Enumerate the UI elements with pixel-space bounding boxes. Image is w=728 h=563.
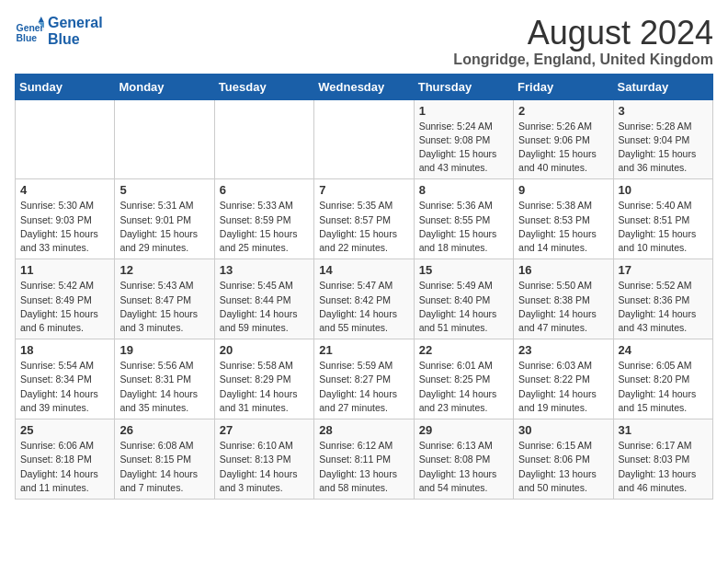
calendar-cell: 14Sunrise: 5:47 AM Sunset: 8:42 PM Dayli… <box>314 259 414 339</box>
svg-text:General: General <box>17 23 44 33</box>
calendar-cell: 15Sunrise: 5:49 AM Sunset: 8:40 PM Dayli… <box>414 259 513 339</box>
calendar-cell: 26Sunrise: 6:08 AM Sunset: 8:15 PM Dayli… <box>115 419 214 500</box>
calendar-cell: 10Sunrise: 5:40 AM Sunset: 8:51 PM Dayli… <box>613 179 712 259</box>
calendar-cell: 7Sunrise: 5:35 AM Sunset: 8:57 PM Daylig… <box>314 179 414 259</box>
day-number: 16 <box>518 263 608 277</box>
subtitle: Longridge, England, United Kingdom <box>453 52 713 68</box>
calendar-cell: 31Sunrise: 6:17 AM Sunset: 8:03 PM Dayli… <box>613 419 712 500</box>
day-detail: Sunrise: 5:58 AM Sunset: 8:29 PM Dayligh… <box>220 359 309 415</box>
calendar-cell: 20Sunrise: 5:58 AM Sunset: 8:29 PM Dayli… <box>214 339 313 419</box>
day-detail: Sunrise: 6:08 AM Sunset: 8:15 PM Dayligh… <box>119 439 209 495</box>
day-number: 23 <box>518 343 608 357</box>
calendar-cell: 23Sunrise: 6:03 AM Sunset: 8:22 PM Dayli… <box>514 339 613 419</box>
calendar-week-row: 4Sunrise: 5:30 AM Sunset: 9:03 PM Daylig… <box>16 179 713 259</box>
day-detail: Sunrise: 5:50 AM Sunset: 8:38 PM Dayligh… <box>518 279 608 335</box>
calendar-cell: 24Sunrise: 6:05 AM Sunset: 8:20 PM Dayli… <box>613 339 712 419</box>
calendar-cell: 22Sunrise: 6:01 AM Sunset: 8:25 PM Dayli… <box>414 339 513 419</box>
day-detail: Sunrise: 5:26 AM Sunset: 9:06 PM Dayligh… <box>518 120 608 176</box>
day-detail: Sunrise: 5:43 AM Sunset: 8:47 PM Dayligh… <box>119 279 209 335</box>
day-detail: Sunrise: 5:24 AM Sunset: 9:08 PM Dayligh… <box>419 120 508 176</box>
calendar-cell: 2Sunrise: 5:26 AM Sunset: 9:06 PM Daylig… <box>514 99 613 179</box>
calendar-week-row: 1Sunrise: 5:24 AM Sunset: 9:08 PM Daylig… <box>16 99 713 179</box>
day-detail: Sunrise: 6:05 AM Sunset: 8:20 PM Dayligh… <box>619 359 708 415</box>
logo-icon: General Blue <box>15 17 44 46</box>
calendar-cell: 5Sunrise: 5:31 AM Sunset: 9:01 PM Daylig… <box>115 179 214 259</box>
calendar-cell: 11Sunrise: 5:42 AM Sunset: 8:49 PM Dayli… <box>16 259 115 339</box>
day-detail: Sunrise: 5:49 AM Sunset: 8:40 PM Dayligh… <box>419 279 508 335</box>
day-number: 20 <box>220 343 309 357</box>
calendar-cell: 30Sunrise: 6:15 AM Sunset: 8:06 PM Dayli… <box>514 419 613 500</box>
day-number: 28 <box>319 423 408 437</box>
day-detail: Sunrise: 5:38 AM Sunset: 8:53 PM Dayligh… <box>518 199 608 255</box>
day-number: 21 <box>319 343 408 357</box>
day-detail: Sunrise: 5:36 AM Sunset: 8:55 PM Dayligh… <box>419 199 508 255</box>
day-detail: Sunrise: 5:45 AM Sunset: 8:44 PM Dayligh… <box>220 279 309 335</box>
day-detail: Sunrise: 5:59 AM Sunset: 8:27 PM Dayligh… <box>319 359 408 415</box>
day-number: 26 <box>119 423 209 437</box>
day-detail: Sunrise: 5:42 AM Sunset: 8:49 PM Dayligh… <box>20 279 109 335</box>
day-number: 22 <box>419 343 508 357</box>
header-day: Monday <box>115 74 214 99</box>
day-number: 10 <box>619 183 708 197</box>
day-number: 29 <box>419 423 508 437</box>
day-detail: Sunrise: 6:10 AM Sunset: 8:13 PM Dayligh… <box>220 439 309 495</box>
day-detail: Sunrise: 6:13 AM Sunset: 8:08 PM Dayligh… <box>419 439 508 495</box>
header-day: Wednesday <box>314 74 414 99</box>
calendar-cell: 19Sunrise: 5:56 AM Sunset: 8:31 PM Dayli… <box>115 339 214 419</box>
calendar-cell: 12Sunrise: 5:43 AM Sunset: 8:47 PM Dayli… <box>115 259 214 339</box>
calendar-cell <box>115 99 214 179</box>
calendar-cell: 6Sunrise: 5:33 AM Sunset: 8:59 PM Daylig… <box>214 179 313 259</box>
svg-text:Blue: Blue <box>17 33 38 43</box>
day-number: 5 <box>119 183 209 197</box>
day-number: 17 <box>619 263 708 277</box>
day-detail: Sunrise: 5:28 AM Sunset: 9:04 PM Dayligh… <box>619 120 708 176</box>
day-detail: Sunrise: 6:15 AM Sunset: 8:06 PM Dayligh… <box>518 439 608 495</box>
day-detail: Sunrise: 5:47 AM Sunset: 8:42 PM Dayligh… <box>319 279 408 335</box>
day-detail: Sunrise: 6:06 AM Sunset: 8:18 PM Dayligh… <box>20 439 109 495</box>
calendar-cell: 25Sunrise: 6:06 AM Sunset: 8:18 PM Dayli… <box>16 419 115 500</box>
day-number: 19 <box>119 343 209 357</box>
calendar-cell: 1Sunrise: 5:24 AM Sunset: 9:08 PM Daylig… <box>414 99 513 179</box>
day-number: 14 <box>319 263 408 277</box>
day-number: 13 <box>220 263 309 277</box>
day-number: 15 <box>419 263 508 277</box>
day-number: 1 <box>419 104 508 118</box>
calendar-cell: 9Sunrise: 5:38 AM Sunset: 8:53 PM Daylig… <box>514 179 613 259</box>
day-detail: Sunrise: 5:30 AM Sunset: 9:03 PM Dayligh… <box>20 199 109 255</box>
calendar-table: SundayMondayTuesdayWednesdayThursdayFrid… <box>15 74 713 500</box>
calendar-cell: 28Sunrise: 6:12 AM Sunset: 8:11 PM Dayli… <box>314 419 414 500</box>
day-detail: Sunrise: 5:31 AM Sunset: 9:01 PM Dayligh… <box>119 199 209 255</box>
day-number: 3 <box>619 104 708 118</box>
header-day: Sunday <box>16 74 115 99</box>
calendar-cell: 29Sunrise: 6:13 AM Sunset: 8:08 PM Dayli… <box>414 419 513 500</box>
header-day: Friday <box>514 74 613 99</box>
day-number: 31 <box>619 423 708 437</box>
calendar-cell <box>16 99 115 179</box>
day-detail: Sunrise: 5:52 AM Sunset: 8:36 PM Dayligh… <box>619 279 708 335</box>
logo: General Blue General Blue <box>15 15 103 48</box>
calendar-cell: 3Sunrise: 5:28 AM Sunset: 9:04 PM Daylig… <box>613 99 712 179</box>
day-detail: Sunrise: 6:17 AM Sunset: 8:03 PM Dayligh… <box>619 439 708 495</box>
day-number: 4 <box>20 183 109 197</box>
calendar-cell: 27Sunrise: 6:10 AM Sunset: 8:13 PM Dayli… <box>214 419 313 500</box>
main-title: August 2024 <box>453 15 713 52</box>
calendar-cell: 8Sunrise: 5:36 AM Sunset: 8:55 PM Daylig… <box>414 179 513 259</box>
title-block: August 2024 Longridge, England, United K… <box>453 15 713 68</box>
day-number: 24 <box>619 343 708 357</box>
day-number: 25 <box>20 423 109 437</box>
calendar-cell: 18Sunrise: 5:54 AM Sunset: 8:34 PM Dayli… <box>16 339 115 419</box>
day-detail: Sunrise: 6:01 AM Sunset: 8:25 PM Dayligh… <box>419 359 508 415</box>
header-row: SundayMondayTuesdayWednesdayThursdayFrid… <box>16 74 713 99</box>
day-number: 8 <box>419 183 508 197</box>
day-number: 7 <box>319 183 408 197</box>
day-detail: Sunrise: 6:03 AM Sunset: 8:22 PM Dayligh… <box>518 359 608 415</box>
day-detail: Sunrise: 5:35 AM Sunset: 8:57 PM Dayligh… <box>319 199 408 255</box>
header-day: Thursday <box>414 74 513 99</box>
calendar-cell: 13Sunrise: 5:45 AM Sunset: 8:44 PM Dayli… <box>214 259 313 339</box>
calendar-cell: 16Sunrise: 5:50 AM Sunset: 8:38 PM Dayli… <box>514 259 613 339</box>
calendar-cell <box>314 99 414 179</box>
day-number: 12 <box>119 263 209 277</box>
day-number: 2 <box>518 104 608 118</box>
day-detail: Sunrise: 5:56 AM Sunset: 8:31 PM Dayligh… <box>119 359 209 415</box>
day-number: 30 <box>518 423 608 437</box>
